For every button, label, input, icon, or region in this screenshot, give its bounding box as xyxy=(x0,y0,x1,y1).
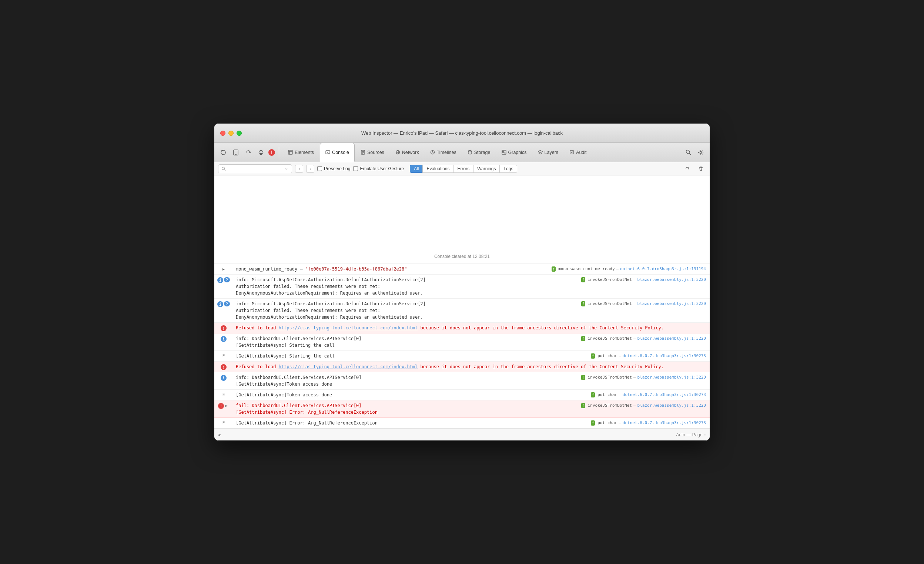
emulate-gesture-label[interactable]: Emulate User Gesture xyxy=(353,166,404,171)
search-toolbar-icon[interactable] xyxy=(683,147,693,158)
graphics-tab-icon xyxy=(502,150,506,155)
tab-graphics[interactable]: Graphics xyxy=(496,143,532,162)
cleared-message: Console cleared at 12:08:21 xyxy=(214,249,710,264)
filter-logs-button[interactable]: Logs xyxy=(500,165,517,173)
row-icon-log xyxy=(214,265,233,272)
error-link[interactable]: https://cias-typing-tool.celloconnect.co… xyxy=(279,325,418,330)
main-toolbar: ! Elements Console xyxy=(214,143,710,162)
preserve-log-checkbox[interactable] xyxy=(317,166,322,171)
console-tab-icon xyxy=(326,150,330,155)
empty-space xyxy=(214,176,710,249)
network-tab-icon xyxy=(395,150,400,155)
toolbar-separator xyxy=(279,147,279,158)
elements-tab-icon xyxy=(288,150,293,155)
search-bar[interactable] xyxy=(218,164,292,173)
tab-elements-label: Elements xyxy=(295,150,314,155)
error-link-2[interactable]: https://cias-typing-tool.celloconnect.co… xyxy=(279,364,418,369)
tab-network[interactable]: Network xyxy=(390,143,424,162)
expand-arrow-icon[interactable]: ▶ xyxy=(225,403,227,408)
row-content: info: DashboardUI.Client.Services.APISer… xyxy=(233,334,578,350)
filter-warnings-button[interactable]: Warnings xyxy=(473,165,500,173)
tab-sources[interactable]: Sources xyxy=(356,143,390,162)
log-row: E [GetAttributeAsync] Starting the call … xyxy=(214,351,710,362)
minimize-button[interactable] xyxy=(228,130,234,136)
row-icon-trace: E xyxy=(214,391,233,397)
tabs-container: Elements Console Sources xyxy=(283,143,592,162)
log-row: i info: DashboardUI.Client.Services.APIS… xyxy=(214,372,710,390)
row-icon-info: i 2 xyxy=(214,300,233,307)
clear-console-icon[interactable] xyxy=(696,164,706,174)
device-icon[interactable] xyxy=(231,147,241,158)
svg-line-25 xyxy=(689,153,691,155)
row-content-error: fail: DashboardUI.Client.Services.APISer… xyxy=(233,402,578,416)
row-content-error: Refused to load https://cias-typing-tool… xyxy=(233,324,710,332)
download-icon[interactable] xyxy=(256,147,266,158)
maximize-button[interactable] xyxy=(237,130,242,136)
console-prompt-input[interactable] xyxy=(222,432,676,437)
search-input[interactable] xyxy=(227,166,283,171)
row-source: f put_char — dotnet.6.0.7.dro3haqn3r.js:… xyxy=(587,352,710,360)
tab-storage[interactable]: Storage xyxy=(462,143,496,162)
row-source: f invokeJSFromDotNet — blazor.webassembl… xyxy=(578,374,710,381)
svg-line-28 xyxy=(224,170,225,171)
log-row-error: ! Refused to load https://cias-typing-to… xyxy=(214,362,710,372)
row-source: f invokeJSFromDotNet — blazor.webassembl… xyxy=(578,334,710,343)
filter-evaluations-button[interactable]: Evaluations xyxy=(422,165,453,173)
prompt-area: > xyxy=(218,432,676,437)
tab-graphics-label: Graphics xyxy=(508,150,527,155)
row-icon-trace: E xyxy=(214,352,233,358)
reload-console-icon[interactable] xyxy=(682,164,693,174)
log-row-error-expandable: ! ▶ fail: DashboardUI.Client.Services.AP… xyxy=(214,400,710,418)
filter-all-button[interactable]: All xyxy=(410,165,423,173)
trash-icon xyxy=(698,166,704,171)
gear-icon xyxy=(698,150,704,155)
tab-timelines[interactable]: Timelines xyxy=(425,143,462,162)
log-row: mono_wasm_runtime_ready — "fe00e07a-5519… xyxy=(214,264,710,274)
tab-storage-label: Storage xyxy=(474,150,490,155)
tab-audit[interactable]: Audit xyxy=(564,143,592,162)
auto-page-label: Auto — Page ↕ xyxy=(676,432,706,437)
tab-audit-label: Audit xyxy=(576,150,587,155)
row-icon-error-expand: ! ▶ xyxy=(214,402,233,409)
tab-console[interactable]: Console xyxy=(320,143,355,162)
row-icon-info: i xyxy=(214,374,233,381)
tab-console-label: Console xyxy=(332,150,349,155)
row-source: f invokeJSFromDotNet — blazor.webassembl… xyxy=(578,276,710,284)
row-source: f invokeJSFromDotNet — blazor.webassembl… xyxy=(578,402,710,410)
tab-elements[interactable]: Elements xyxy=(283,143,319,162)
inspect-icon[interactable] xyxy=(218,147,228,158)
tab-layers[interactable]: Layers xyxy=(533,143,564,162)
sources-tab-icon xyxy=(361,150,365,155)
error-badge: ! xyxy=(268,149,275,156)
svg-point-21 xyxy=(468,151,472,152)
search-bar-icon xyxy=(221,166,226,171)
row-content: info: Microsoft.AspNetCore.Authorization… xyxy=(233,300,578,321)
row-content: info: DashboardUI.Client.Services.APISer… xyxy=(233,374,578,388)
preserve-log-label[interactable]: Preserve Log xyxy=(317,166,350,171)
row-icon-trace: E xyxy=(214,419,233,425)
emulate-gesture-checkbox[interactable] xyxy=(353,166,358,171)
search-dropdown-icon[interactable] xyxy=(284,167,288,171)
settings-icon[interactable] xyxy=(696,147,706,158)
console-actions xyxy=(682,164,706,174)
bottom-bar: > Auto — Page ↕ xyxy=(214,429,710,440)
tab-timelines-label: Timelines xyxy=(437,150,456,155)
storage-tab-icon xyxy=(468,150,472,155)
triangle-icon xyxy=(222,268,225,271)
reload-icon[interactable] xyxy=(243,147,254,158)
layers-tab-icon xyxy=(538,150,543,155)
filter-errors-button[interactable]: Errors xyxy=(453,165,474,173)
timelines-tab-icon xyxy=(430,150,435,155)
row-icon-error: ! xyxy=(214,363,233,370)
nav-next-button[interactable]: › xyxy=(306,165,314,173)
nav-prev-button[interactable]: ‹ xyxy=(295,165,303,173)
audit-tab-icon xyxy=(569,150,574,155)
row-icon-info: i xyxy=(214,334,233,342)
svg-point-26 xyxy=(700,152,702,153)
console-content: Console cleared at 12:08:21 mono_wasm_ru… xyxy=(214,176,710,429)
close-button[interactable] xyxy=(220,130,225,136)
row-content: [GetAttributeAsync] Error: Arg_NullRefer… xyxy=(233,419,587,427)
svg-point-23 xyxy=(502,151,504,152)
console-toolbar: ‹ › Preserve Log Emulate User Gesture Al… xyxy=(214,162,710,176)
row-icon-error: ! xyxy=(214,324,233,331)
